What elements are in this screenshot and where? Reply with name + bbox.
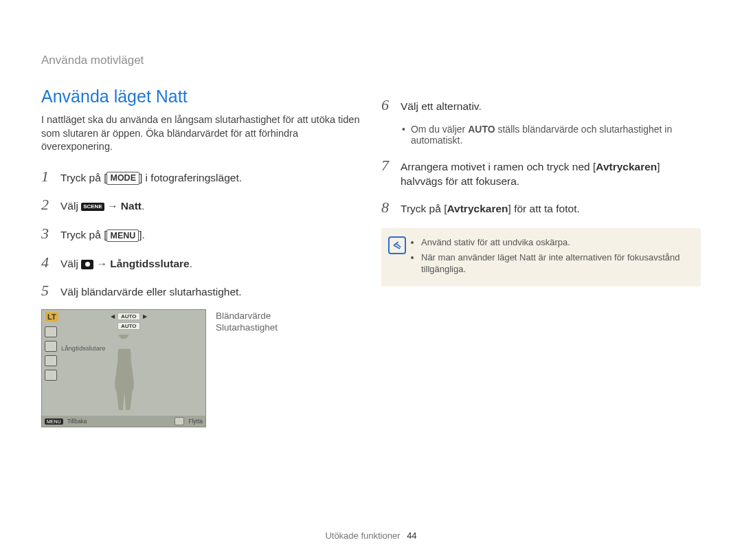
aperture-label: Bländarvärde [216,311,278,321]
step-number: 1 [41,166,54,187]
aperture-value: AUTO [117,313,140,320]
chevron-right-icon: ▶ [143,313,147,320]
step-6: 6 Välj ett alternativ. [381,95,701,115]
step-text: Välj ett alternativ. [401,100,482,114]
menu-key-icon: MENU [45,418,63,425]
step-number: 7 [381,155,394,176]
step-text: Arrangera motivet i ramen och tryck ned … [401,160,701,189]
step-number: 8 [381,197,394,218]
menu-key-icon: MENU [106,229,139,242]
page-number: 44 [407,530,416,541]
note-list: Använd stativ för att undvika oskärpa. N… [412,236,691,276]
step-number: 4 [41,252,54,273]
step-6-note: • Om du väljer AUTO ställs bländarvärde … [402,124,701,146]
resolution-icon [45,326,57,337]
step-4: 4 Välj → Långtidsslutare. [41,252,361,273]
mode-key-icon: MODE [106,172,139,184]
step-text: Tryck på [MENU]. [60,228,145,243]
shutter-value: AUTO [117,322,140,330]
content-columns: Använda läget Natt I nattläget ska du an… [41,87,701,427]
dpad-icon [175,417,184,425]
scene-key-icon: SCENE [81,203,104,211]
lcd-figure: LT ◀ AUTO ▶ ◀ [41,309,361,427]
intro-text: I nattläget ska du använda en långsam sl… [41,113,361,154]
left-column: Använda läget Natt I nattläget ska du an… [41,87,361,427]
step-number: 3 [41,223,54,244]
page: Använda motivläget Använda läget Natt I … [0,0,742,560]
lcd-bottom-bar: MENU Tillbaka Flytta [42,416,205,427]
bullet-icon: • [402,124,405,146]
lcd-annotation-labels: Bländarvärde Slutarhastighet [216,309,278,427]
camera-icon [81,260,93,269]
shutter-selector: ◀ AUTO ▶ [111,322,147,330]
lcd-side-icons [45,326,57,381]
page-footer: Utökade funktioner 44 [0,530,742,541]
step-2: 2 Välj SCENE → Natt. [41,194,361,215]
stabilizer-icon [45,370,57,381]
step-number: 5 [41,280,54,301]
step-text: Välj bländarvärde eller slutarhastighet. [60,285,242,300]
step-7: 7 Arrangera motivet i ramen och tryck ne… [381,155,701,189]
step-8: 8 Tryck på [Avtryckaren] för att ta foto… [381,197,701,218]
lt-badge-icon: LT [45,312,58,322]
step-5: 5 Välj bländarvärde eller slutarhastighe… [41,280,361,301]
step-3: 3 Tryck på [MENU]. [41,223,361,244]
step-text: Tryck på [MODE] i fotograferingsläget. [60,171,242,186]
breadcrumb: Använda motivläget [41,54,701,67]
step-number: 2 [41,194,54,215]
step-1: 1 Tryck på [MODE] i fotograferingsläget. [41,166,361,187]
info-icon [388,236,406,254]
move-label: Flytta [188,418,203,425]
note-item: Använd stativ för att undvika oskärpa. [421,236,691,249]
note-item: När man använder läget Natt är inte alte… [421,251,691,276]
step-number: 6 [381,95,394,115]
right-column: 6 Välj ett alternativ. • Om du väljer AU… [381,87,701,427]
section-title: Använda läget Natt [41,87,361,107]
info-note-box: Använd stativ för att undvika oskärpa. N… [381,228,701,287]
metering-icon [45,355,57,366]
back-label: Tillbaka [67,418,87,425]
lcd-selectors: ◀ AUTO ▶ ◀ AUTO ▶ [111,313,147,330]
aperture-selector: ◀ AUTO ▶ [111,313,147,320]
camera-lcd-mockup: LT ◀ AUTO ▶ ◀ [41,309,206,427]
chevron-left-icon: ◀ [111,313,115,320]
step-text: Välj → Långtidsslutare. [60,257,192,271]
quality-icon [45,341,57,352]
step-text: Välj SCENE → Natt. [60,199,144,214]
shutter-label: Slutarhastighet [216,322,278,333]
person-silhouette-icon [107,335,140,413]
note-text: Om du väljer AUTO ställs bländarvärde oc… [411,124,701,146]
footer-section: Utökade funktioner [325,530,400,541]
lcd-overlay-label: Långtidsslutare [61,344,105,352]
step-text: Tryck på [Avtryckaren] för att ta fotot. [401,202,580,216]
